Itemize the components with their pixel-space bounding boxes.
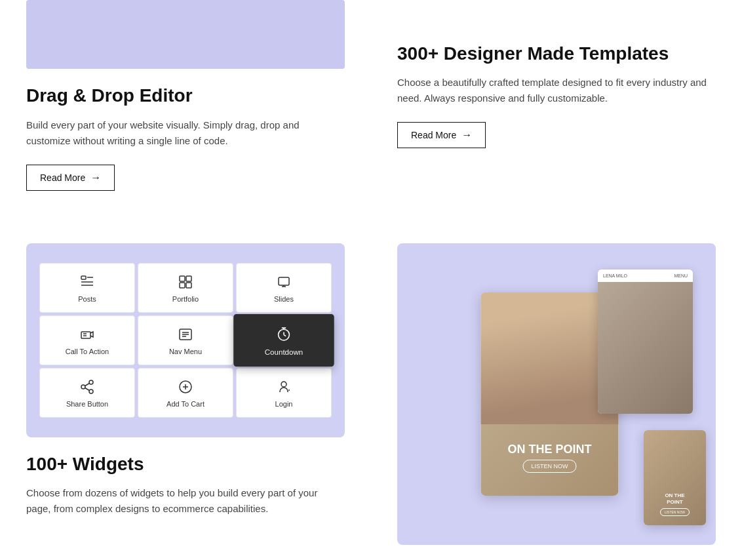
slides-icon — [275, 273, 293, 291]
drag-drop-description: Build every part of your website visuall… — [26, 117, 345, 149]
svg-point-24 — [81, 385, 85, 389]
widget-posts-label: Posts — [78, 295, 96, 303]
widgets-title: 100+ Widgets — [26, 453, 345, 475]
arrow-icon: → — [90, 172, 101, 184]
widgets-image: Posts Portfolio — [26, 243, 345, 437]
widget-posts: Posts — [39, 263, 135, 313]
responsive-image: ON THE POINT LISTEN NOW LENA MILO MENU O… — [397, 243, 716, 545]
device-main-text: ON THE POINT — [507, 443, 591, 456]
drag-drop-read-more-button[interactable]: Read More → — [26, 165, 115, 191]
widget-countdown-label: Countdown — [265, 348, 303, 356]
widget-portfolio-label: Portfolio — [172, 295, 199, 303]
widgets-section: Posts Portfolio — [26, 217, 371, 560]
widget-portfolio: Portfolio — [138, 263, 233, 313]
device-overlay-menu: MENU — [674, 273, 688, 278]
call-to-action-icon — [78, 325, 96, 344]
portfolio-icon — [176, 273, 195, 291]
widget-nav-menu: Nav Menu — [138, 315, 233, 365]
drag-drop-title: Drag & Drop Editor — [26, 85, 345, 107]
drag-drop-image — [26, 0, 345, 69]
widget-add-to-cart: Add To Cart — [138, 368, 233, 418]
svg-point-31 — [281, 382, 286, 387]
device-overlay-image — [598, 282, 693, 414]
add-to-cart-icon — [176, 378, 195, 396]
drag-drop-read-more-label: Read More — [40, 172, 85, 183]
arrow-icon: → — [461, 129, 472, 141]
templates-description: Choose a beautifully crafted template de… — [397, 75, 716, 106]
svg-rect-8 — [279, 277, 289, 285]
widget-add-to-cart-label: Add To Cart — [166, 400, 205, 408]
widget-share-button: Share Button — [39, 368, 135, 418]
svg-line-20 — [284, 334, 286, 336]
device-overlay-bottom-text: ON THEPOINT — [665, 492, 684, 505]
device-overlay-bottom-inner: ON THEPOINT LISTEN NOW — [644, 430, 706, 525]
svg-rect-0 — [81, 276, 86, 279]
device-overlay-bottom-button: LISTEN NOW — [660, 508, 690, 516]
svg-rect-6 — [180, 283, 185, 288]
widget-nav-menu-label: Nav Menu — [169, 348, 202, 355]
widget-slides: Slides — [236, 263, 332, 313]
widget-slides-label: Slides — [274, 295, 294, 303]
svg-rect-4 — [180, 276, 185, 281]
device-overlay-name: LENA MILO — [603, 273, 627, 278]
widget-call-to-action-label: Call To Action — [66, 348, 109, 355]
svg-rect-11 — [81, 332, 90, 338]
widget-login-label: Login — [275, 400, 293, 408]
widget-countdown: Countdown — [233, 314, 334, 367]
templates-title: 300+ Designer Made Templates — [397, 43, 716, 65]
device-overlay-header: LENA MILO MENU — [598, 270, 693, 282]
svg-point-25 — [89, 390, 93, 393]
svg-point-23 — [89, 380, 93, 384]
svg-line-26 — [85, 388, 90, 390]
device-overlay-bottom: ON THEPOINT LISTEN NOW — [644, 430, 706, 525]
svg-line-27 — [85, 383, 90, 386]
svg-rect-7 — [186, 283, 191, 288]
templates-read-more-label: Read More — [411, 130, 456, 140]
templates-read-more-button[interactable]: Read More → — [397, 122, 486, 148]
widgets-description: Choose from dozens of widgets to help yo… — [26, 485, 345, 517]
templates-section: 300+ Designer Made Templates Choose a be… — [371, 0, 716, 217]
svg-rect-5 — [186, 276, 191, 281]
device-overlay-top: LENA MILO MENU — [598, 270, 693, 414]
posts-icon — [78, 273, 96, 291]
responsive-section: ON THE POINT LISTEN NOW LENA MILO MENU O… — [371, 217, 716, 560]
drag-drop-section: Drag & Drop Editor Build every part of y… — [26, 0, 371, 217]
login-icon — [275, 378, 293, 396]
share-button-icon — [78, 378, 96, 396]
nav-menu-icon — [176, 325, 195, 344]
widget-call-to-action: Call To Action — [39, 315, 135, 365]
widget-login: Login — [236, 368, 332, 418]
device-main-button: LISTEN NOW — [522, 460, 576, 473]
widget-share-button-label: Share Button — [66, 400, 108, 408]
countdown-icon — [274, 324, 293, 343]
widget-grid: Posts Portfolio — [39, 263, 332, 418]
